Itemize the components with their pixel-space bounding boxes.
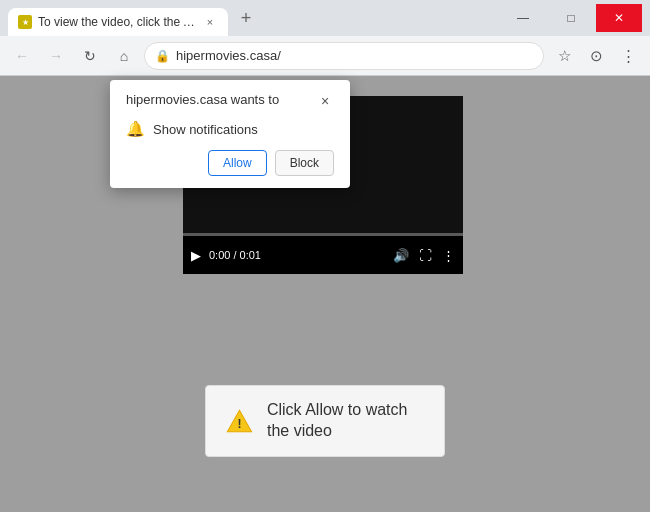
minimize-button[interactable]: — [500,4,546,32]
refresh-button[interactable]: ↻ [76,42,104,70]
warning-text: Click Allow to watch the video [267,400,424,442]
time-display: 0:00 / 0:01 [209,249,385,261]
bookmark-button[interactable]: ☆ [550,42,578,70]
window-controls: — □ ✕ [500,4,642,32]
new-tab-button[interactable]: + [232,4,260,32]
permission-text: Show notifications [153,122,258,137]
play-button[interactable]: ▶ [191,248,201,263]
svg-text:!: ! [237,417,241,431]
progress-bar[interactable] [183,233,463,236]
home-button[interactable]: ⌂ [110,42,138,70]
popup-permission: 🔔 Show notifications [126,120,334,138]
address-bar: ← → ↻ ⌂ 🔒 hipermovies.casa/ ☆ ⊙ ⋮ [0,36,650,76]
video-controls: ▶ 0:00 / 0:01 🔊 ⛶ ⋮ [183,236,463,274]
close-button[interactable]: ✕ [596,4,642,32]
title-bar: ★ To view the video, click the Allow... … [0,0,650,36]
tab-favicon: ★ [18,15,32,29]
forward-button[interactable]: → [42,42,70,70]
chrome-window: ★ To view the video, click the Allow... … [0,0,650,512]
warning-box: ! Click Allow to watch the video [205,385,445,457]
maximize-button[interactable]: □ [548,4,594,32]
tab-title: To view the video, click the Allow... [38,15,196,29]
volume-button[interactable]: 🔊 [393,248,409,263]
popup-title: hipermovies.casa wants to [126,92,279,107]
page-content: hipermovies.casa wants to × 🔔 Show notif… [0,76,650,512]
block-button[interactable]: Block [275,150,334,176]
back-button[interactable]: ← [8,42,36,70]
bell-icon: 🔔 [126,120,145,138]
url-bar[interactable]: 🔒 hipermovies.casa/ [144,42,544,70]
popup-header: hipermovies.casa wants to × [126,92,334,110]
browser-tab[interactable]: ★ To view the video, click the Allow... … [8,8,228,36]
allow-button[interactable]: Allow [208,150,267,176]
menu-button[interactable]: ⋮ [614,42,642,70]
account-button[interactable]: ⊙ [582,42,610,70]
url-text: hipermovies.casa/ [176,48,533,63]
lock-icon: 🔒 [155,49,170,63]
address-actions: ☆ ⊙ ⋮ [550,42,642,70]
warning-icon: ! [226,403,253,439]
tab-close-button[interactable]: × [202,14,218,30]
notification-popup: hipermovies.casa wants to × 🔔 Show notif… [110,80,350,188]
tab-area: ★ To view the video, click the Allow... … [8,0,496,36]
fullscreen-button[interactable]: ⛶ [419,248,432,263]
popup-buttons: Allow Block [126,150,334,176]
more-options-button[interactable]: ⋮ [442,248,455,263]
popup-close-button[interactable]: × [316,92,334,110]
vc-right-controls: 🔊 ⛶ ⋮ [393,248,455,263]
